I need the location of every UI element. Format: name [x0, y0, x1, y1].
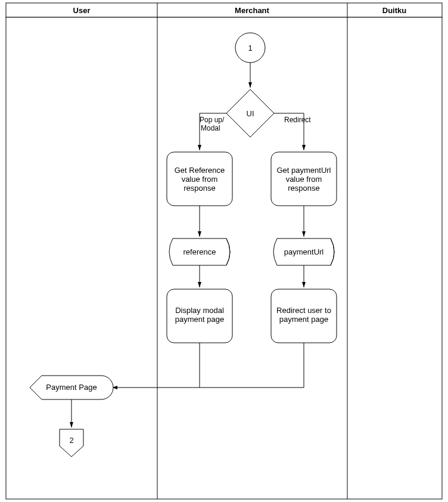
swimlane-diagram: User Merchant Duitku 1 UI Pop up/ Modal … — [0, 0, 448, 502]
start-node: 1 — [248, 44, 252, 52]
redirect-user-1: Redirect user to — [276, 306, 331, 315]
edge-popup-1: Pop up/ — [200, 116, 225, 124]
decision-ui: UI — [247, 109, 254, 118]
get-paymenturl-1: Get paymentUrl — [276, 166, 331, 175]
get-paymenturl-3: response — [288, 184, 319, 193]
lane-user-header: User — [73, 6, 91, 15]
offpage-2: 2 — [69, 436, 73, 445]
get-reference-2: value from — [182, 175, 218, 184]
svg-rect-0 — [6, 3, 442, 17]
get-reference-3: response — [183, 184, 215, 193]
data-paymenturl: paymentUrl — [284, 247, 324, 256]
display-modal-1: Display modal — [175, 306, 224, 315]
edge-popup-2: Modal — [201, 124, 220, 132]
display-modal-2: payment page — [175, 315, 224, 324]
edge-redirect: Redirect — [284, 116, 311, 124]
data-reference: reference — [183, 247, 216, 256]
redirect-user-2: payment page — [279, 315, 328, 324]
payment-page: Payment Page — [46, 383, 97, 392]
lane-duitku-header: Duitku — [382, 6, 407, 15]
get-paymenturl-2: value from — [286, 175, 322, 184]
get-reference-1: Get Reference — [175, 166, 225, 175]
lane-merchant-header: Merchant — [235, 6, 269, 15]
